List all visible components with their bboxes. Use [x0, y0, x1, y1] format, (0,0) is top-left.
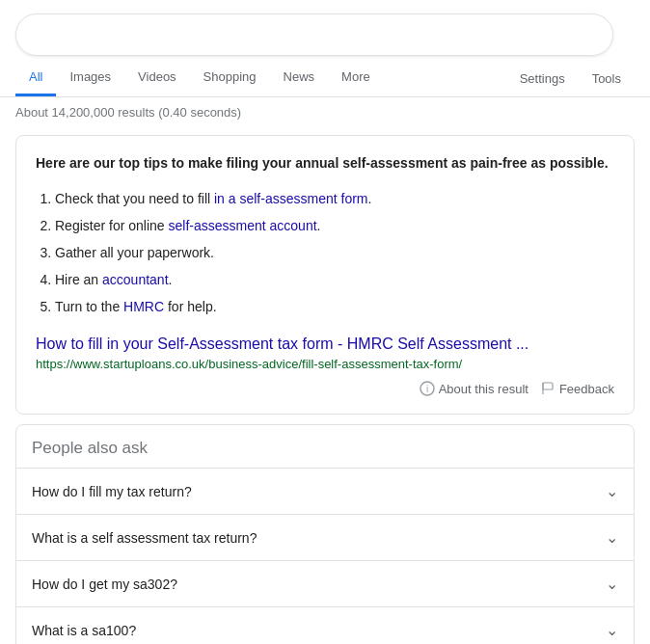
nav-tabs: All Images Videos Shopping News More Set… — [0, 60, 650, 97]
list-item: Check that you need to fill in a self-as… — [55, 185, 614, 212]
chevron-down-icon-1: ⌄ — [606, 482, 618, 500]
snippet-feedback-label: Feedback — [559, 382, 614, 396]
snippet-footer: i About this result Feedback — [36, 381, 614, 396]
list-item: Turn to the HMRC for help. — [55, 293, 614, 320]
tools-button[interactable]: Tools — [579, 62, 635, 95]
flag-icon — [542, 382, 555, 395]
about-result-button[interactable]: i About this result — [420, 381, 528, 396]
paa-item-4[interactable]: What is a sa100? ⌄ — [16, 606, 634, 644]
snippet-list: Check that you need to fill in a self-as… — [36, 185, 614, 320]
paa-item-3[interactable]: How do I get my sa302? ⌄ — [16, 560, 634, 606]
tab-shopping[interactable]: Shopping — [190, 60, 270, 96]
snippet-result-title[interactable]: How to fill in your Self-Assessment tax … — [36, 334, 614, 355]
step4-link[interactable]: accountant — [102, 272, 169, 287]
step1-link[interactable]: in a self-assessment form — [214, 191, 368, 206]
chevron-down-icon-3: ⌄ — [606, 575, 618, 593]
paa-item-1[interactable]: How do I fill my tax return? ⌄ — [16, 468, 634, 514]
results-count: About 14,200,000 results (0.40 seconds) — [0, 97, 650, 127]
search-icons — [589, 27, 599, 42]
search-bar-area: how to fill in a tax form — [0, 0, 650, 56]
paa-question-4: What is a sa100? — [32, 623, 136, 638]
paa-question-3: How do I get my sa302? — [32, 577, 177, 592]
step5-link[interactable]: HMRC — [123, 299, 164, 314]
paa-header: People also ask — [16, 425, 634, 468]
paa-question-2: What is a self assessment tax return? — [32, 530, 257, 546]
info-icon: i — [420, 381, 435, 396]
chevron-down-icon-2: ⌄ — [606, 528, 618, 547]
tab-videos[interactable]: Videos — [124, 60, 190, 96]
list-item: Gather all your paperwork. — [55, 239, 614, 266]
snippet-feedback-button[interactable]: Feedback — [542, 382, 614, 396]
snippet-result-url: https://www.startuploans.co.uk/business-… — [36, 357, 614, 371]
snippet-intro: Here are our top tips to make filing you… — [36, 153, 614, 174]
svg-rect-7 — [543, 383, 553, 389]
settings-button[interactable]: Settings — [506, 62, 579, 95]
people-also-ask-section: People also ask How do I fill my tax ret… — [15, 424, 635, 644]
paa-question-1: How do I fill my tax return? — [32, 484, 192, 499]
tab-all[interactable]: All — [15, 60, 56, 96]
featured-snippet: Here are our top tips to make filing you… — [15, 135, 635, 415]
list-item: Hire an accountant. — [55, 266, 614, 293]
search-input[interactable]: how to fill in a tax form — [30, 26, 589, 43]
tab-more[interactable]: More — [328, 60, 384, 96]
step2-link[interactable]: self-assessment account — [169, 218, 317, 233]
tab-news[interactable]: News — [270, 60, 329, 96]
about-result-label: About this result — [439, 382, 528, 396]
search-box: how to fill in a tax form — [15, 13, 613, 56]
paa-item-2[interactable]: What is a self assessment tax return? ⌄ — [16, 514, 634, 560]
svg-text:i: i — [426, 384, 428, 394]
chevron-down-icon-4: ⌄ — [606, 621, 618, 639]
tab-images[interactable]: Images — [56, 60, 124, 96]
list-item: Register for online self-assessment acco… — [55, 212, 614, 239]
